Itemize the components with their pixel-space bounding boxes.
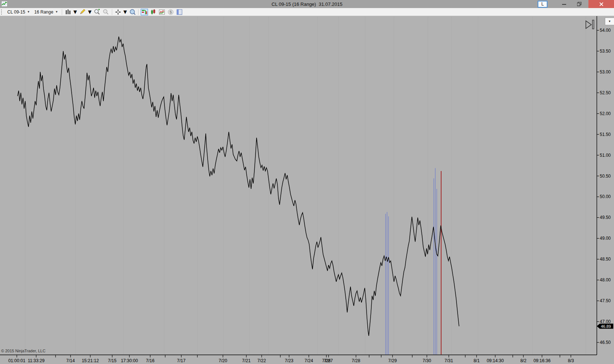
chevron-down-icon: ▼ <box>55 10 58 14</box>
candlestick-chart-icon[interactable] <box>149 9 157 15</box>
last-price-label: 46.89 <box>601 324 611 329</box>
x-axis-label: 01:00:01 <box>8 358 26 363</box>
chevron-down-icon: ▼ <box>27 10 30 14</box>
y-axis-label: 50.50 <box>600 174 611 179</box>
toolbar-separator <box>62 9 62 15</box>
minimize-button[interactable] <box>558 0 570 8</box>
chart-style-icon <box>64 9 72 15</box>
crosshair-icon <box>114 9 122 15</box>
axis-dropdown-button[interactable]: ▼ <box>605 18 614 25</box>
data-box-icon[interactable] <box>129 9 136 15</box>
indicators-icon[interactable] <box>158 9 166 15</box>
y-axis-label: 50.00 <box>600 194 611 199</box>
x-axis-label: 7/30 <box>422 358 431 363</box>
window-title: CL 09-15 (16 Range) 31.07.2015 <box>0 1 614 7</box>
y-axis-label: 51.50 <box>600 132 611 137</box>
x-axis-label: 7/14 <box>66 358 75 363</box>
svg-text:$: $ <box>170 10 172 14</box>
restore-icon <box>577 2 581 6</box>
minimize-icon <box>562 2 566 6</box>
x-axis-label: 7/16 <box>146 358 155 363</box>
x-axis-label: 11:33:29 <box>28 358 45 363</box>
crosshair-button[interactable]: ▼ <box>114 9 128 15</box>
y-axis-label: 48.50 <box>600 257 611 262</box>
y-axis-label: 54.00 <box>600 28 611 33</box>
restore-button[interactable] <box>573 0 585 8</box>
instrument-label: CL 09-15 <box>7 10 25 15</box>
price-chart[interactable]: 54.0053.5053.0052.5052.0051.5051.0050.50… <box>0 16 614 364</box>
y-axis-label: 48.00 <box>600 277 611 283</box>
toolbar-separator <box>138 9 139 15</box>
x-axis-label: 15:21:12 <box>82 358 99 363</box>
y-axis-label: 49.00 <box>600 236 611 241</box>
x-axis-label: 7/27 <box>324 358 333 363</box>
chart-style-button[interactable]: ▼ <box>64 9 78 15</box>
y-axis-label: 53.50 <box>600 49 611 54</box>
x-axis-label: 8/2 <box>520 358 527 363</box>
y-axis-label: 47.00 <box>600 319 611 324</box>
data-grid-icon[interactable] <box>176 9 183 15</box>
instrument-selector[interactable]: CL 09-15 ▼ <box>5 9 32 15</box>
x-axis-label: 7/29 <box>388 358 397 363</box>
chevron-down-icon: ▼ <box>72 9 78 15</box>
y-axis-label: 51.00 <box>600 153 611 158</box>
zoom-in-icon[interactable] <box>94 9 101 15</box>
x-axis-label: 7/20 <box>219 358 227 363</box>
account-dollar-icon[interactable]: $ <box>167 9 174 15</box>
y-axis-label: 49.50 <box>600 215 611 220</box>
chart-toolbar: CL 09-15 ▼ 16 Range ▼ ▼ ▼ <box>0 8 614 16</box>
drawing-tools-button[interactable]: ▼ <box>78 9 93 15</box>
window-grip[interactable] <box>1 10 3 15</box>
x-axis-label: 17:30:00 <box>121 358 138 363</box>
go-to-end-icon[interactable] <box>586 21 591 29</box>
x-axis-label: 09:16:36 <box>534 358 551 363</box>
x-axis-label: 7/23 <box>285 358 293 363</box>
interval-selector[interactable]: 16 Range ▼ <box>33 9 60 15</box>
chevron-down-icon: ▼ <box>87 9 93 15</box>
y-axis-label: 52.00 <box>600 111 611 116</box>
x-axis-label: 7/15 <box>108 358 117 363</box>
chevron-down-icon: ▼ <box>122 9 128 15</box>
x-axis-label: 7/21 <box>242 358 251 363</box>
toolbar-separator <box>112 9 112 15</box>
price-line <box>18 37 459 336</box>
copyright-watermark: © 2015 NinjaTrader, LLC <box>1 349 45 353</box>
chart-window-icon <box>1 1 7 7</box>
y-axis-label: 47.50 <box>600 298 611 303</box>
chart-trader-icon[interactable] <box>141 9 148 15</box>
y-axis-label: 46.50 <box>600 340 611 345</box>
go-to-end-bar-icon[interactable] <box>592 20 594 29</box>
interval-label: 16 Range <box>34 10 53 15</box>
x-axis-label: 8/3 <box>568 358 574 363</box>
link-button[interactable]: L <box>538 1 547 8</box>
x-axis-label: 7/24 <box>304 358 313 363</box>
drawing-tools-icon <box>79 9 86 15</box>
zoom-out-icon[interactable] <box>102 9 110 15</box>
x-axis-label: 7/17 <box>177 358 186 363</box>
x-axis-label: 8/1 <box>474 358 480 363</box>
y-axis-label: 52.50 <box>600 90 611 95</box>
titlebar[interactable]: CL 09-15 (16 Range) 31.07.2015 L <box>0 0 614 8</box>
y-axis-label: 53.00 <box>600 69 611 75</box>
close-button[interactable] <box>588 0 614 8</box>
x-axis-label: 09:14:30 <box>487 358 504 363</box>
x-axis-label: 7/28 <box>352 358 360 363</box>
close-icon <box>599 2 603 6</box>
x-axis-label: 7/22 <box>257 358 266 363</box>
x-axis-label: 7/31 <box>444 358 453 363</box>
chart-canvas[interactable]: 54.0053.5053.0052.5052.0051.5051.0050.50… <box>0 16 614 364</box>
